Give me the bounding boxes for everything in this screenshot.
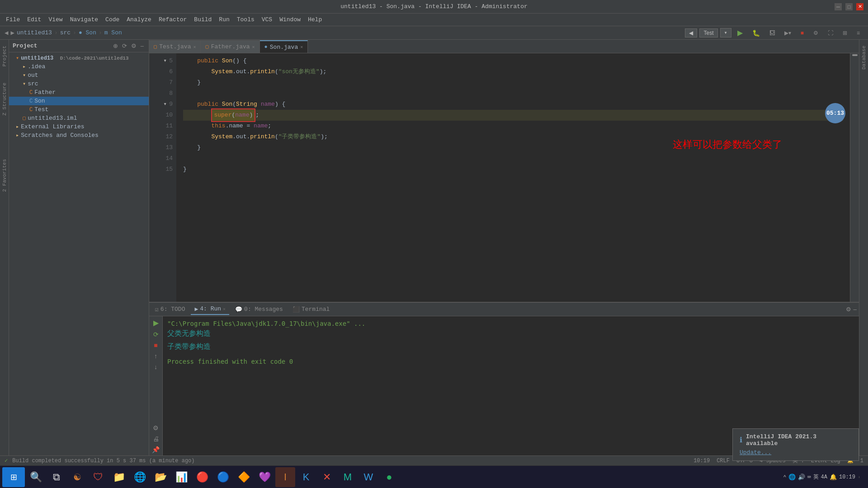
nav-recent-btn[interactable]: ◀ bbox=[685, 28, 697, 38]
run-pin-btn[interactable]: 📌 bbox=[152, 446, 160, 453]
menu-item-refactor[interactable]: Refactor bbox=[155, 15, 190, 24]
menu-item-view[interactable]: View bbox=[45, 15, 66, 24]
sidebar-collapse-btn[interactable]: – bbox=[139, 42, 145, 50]
tray-chevron[interactable]: ^ bbox=[783, 474, 786, 480]
bottom-tab-messages[interactable]: 💬 0: Messages bbox=[231, 305, 287, 314]
nav-back-btn[interactable]: ◀ bbox=[5, 29, 8, 37]
breadcrumb-class2[interactable]: m Son bbox=[104, 29, 122, 36]
tab-close-son[interactable]: ✕ bbox=[300, 44, 303, 50]
run-scroll-up-btn[interactable]: ↑ bbox=[154, 352, 157, 360]
window-controls[interactable]: ─ □ ✕ bbox=[835, 3, 863, 10]
bottom-close-btn[interactable]: – bbox=[854, 306, 857, 313]
menu-item-help[interactable]: Help bbox=[304, 15, 326, 24]
vtab-structure[interactable]: Z Structure bbox=[1, 79, 8, 119]
run-scroll-down-btn[interactable]: ↓ bbox=[154, 363, 157, 371]
stop-button[interactable]: ■ bbox=[797, 29, 807, 37]
menu-item-edit[interactable]: Edit bbox=[24, 15, 45, 24]
run-button[interactable]: ▶ bbox=[734, 28, 746, 38]
bottom-tab-run[interactable]: ▶ 4: Run ✕ bbox=[191, 304, 229, 315]
taskbar-intellij[interactable]: I bbox=[275, 467, 295, 487]
tab-son-java[interactable]: ● Son.java ✕ bbox=[260, 40, 308, 53]
menu-item-analyze[interactable]: Analyze bbox=[123, 15, 155, 24]
run-print-btn[interactable]: 🖨 bbox=[153, 435, 159, 442]
nav-forward-btn[interactable]: ▶ bbox=[10, 29, 14, 37]
menu-item-vcs[interactable]: VCS bbox=[258, 15, 276, 24]
breadcrumb-project[interactable]: untitled13 bbox=[17, 29, 52, 36]
tree-item-ext-libs[interactable]: ▸ External Libraries bbox=[9, 122, 149, 131]
close-button[interactable]: ✕ bbox=[856, 3, 863, 10]
taskbar-chrome[interactable]: 🔴 bbox=[192, 467, 212, 487]
taskbar-app1[interactable]: 📊 bbox=[171, 467, 191, 487]
cursor-position[interactable]: 10:19 bbox=[693, 458, 710, 464]
sidebar-settings-btn[interactable]: ⚙ bbox=[130, 42, 138, 50]
run-filter-btn[interactable]: ⚙ bbox=[153, 424, 159, 432]
debug-button[interactable]: 🐛 bbox=[749, 28, 764, 38]
vtab-favorites[interactable]: 2 Favorites bbox=[1, 155, 8, 196]
taskbar-app4[interactable]: 💜 bbox=[255, 467, 274, 487]
minimize-button[interactable]: ─ bbox=[835, 3, 842, 10]
tree-item-root[interactable]: ▾ untitled13 D:\code-2021\untitled13 bbox=[9, 54, 149, 62]
breadcrumb-class1[interactable]: ● Son bbox=[79, 29, 96, 36]
run-with-coverage-btn[interactable]: ⛾ bbox=[766, 29, 778, 37]
tree-item-idea[interactable]: ▸ .idea bbox=[9, 62, 149, 71]
taskbar-folder2[interactable]: 📂 bbox=[151, 467, 170, 487]
show-desktop-btn[interactable] bbox=[859, 476, 861, 478]
tab-father-java[interactable]: ▢ Father.java ✕ bbox=[201, 40, 259, 53]
run-restart-btn[interactable]: ▶ bbox=[153, 319, 159, 327]
run-rerun-btn[interactable]: ⟳ bbox=[153, 331, 159, 338]
search-taskbar-btn[interactable]: 🔍 bbox=[26, 467, 46, 487]
tab-close-father[interactable]: ✕ bbox=[252, 44, 255, 50]
taskview-btn[interactable]: ⧉ bbox=[47, 467, 66, 487]
menu-item-run[interactable]: Run bbox=[215, 15, 233, 24]
chevron-down-icon[interactable]: ▾ bbox=[720, 28, 731, 38]
tree-item-father[interactable]: C Father bbox=[9, 88, 149, 97]
tab-close-test[interactable]: ✕ bbox=[193, 44, 196, 50]
fullscreen-btn[interactable]: ⛶ bbox=[824, 29, 837, 37]
code-content[interactable]: public Son() { System.out.println("son无参… bbox=[176, 53, 850, 302]
sidebar-add-btn[interactable]: ⊕ bbox=[112, 42, 119, 50]
taskbar-app9[interactable]: ● bbox=[379, 467, 399, 487]
tree-item-src[interactable]: ▾ src bbox=[9, 80, 149, 88]
menu-item-window[interactable]: Window bbox=[276, 15, 304, 24]
tab-test-java[interactable]: ▢ Test.java ✕ bbox=[149, 40, 201, 53]
menu-item-build[interactable]: Build bbox=[190, 15, 215, 24]
taskbar-app2[interactable]: 🔵 bbox=[213, 467, 233, 487]
tab-close-run[interactable]: ✕ bbox=[223, 306, 226, 312]
run-config-btn[interactable]: Test bbox=[699, 28, 717, 38]
breadcrumb-src[interactable]: src bbox=[60, 29, 71, 36]
menu-item-file[interactable]: File bbox=[2, 15, 24, 24]
more-tools-btn[interactable]: ≡ bbox=[853, 29, 863, 37]
taskbar-app3[interactable]: 🔶 bbox=[234, 467, 254, 487]
tree-item-son[interactable]: C Son bbox=[9, 97, 149, 105]
menu-item-tools[interactable]: Tools bbox=[233, 15, 258, 24]
maximize-button[interactable]: □ bbox=[845, 3, 853, 10]
taskbar-ie[interactable]: 🌐 bbox=[130, 467, 150, 487]
tree-item-test[interactable]: C Test bbox=[9, 105, 149, 114]
bottom-settings-btn[interactable]: ⚙ bbox=[846, 306, 851, 313]
sidebar-sync-btn[interactable]: ⟳ bbox=[121, 42, 128, 50]
nav-extra-btn[interactable]: ▶▾ bbox=[781, 29, 795, 37]
layout-btn[interactable]: ⊞ bbox=[839, 29, 851, 37]
tree-item-scratches[interactable]: ▸ Scratches and Consoles bbox=[9, 131, 149, 140]
taskbar-app6[interactable]: ✕ bbox=[317, 467, 337, 487]
taskbar-explorer[interactable]: 📁 bbox=[109, 467, 129, 487]
bottom-tab-terminal[interactable]: ⬛ Terminal bbox=[289, 305, 333, 314]
vtab-database[interactable]: Database bbox=[860, 42, 868, 73]
menu-item-navigate[interactable]: Navigate bbox=[66, 15, 102, 24]
taskbar-jetbrains[interactable]: ☯ bbox=[67, 467, 87, 487]
start-button[interactable]: ⊞ bbox=[2, 467, 25, 487]
notification-link[interactable]: Update... bbox=[740, 449, 771, 456]
code-editor[interactable]: ▾5 6 7 8 ▾9 10 11 12 13 14 15 bbox=[149, 53, 859, 302]
run-stop-btn[interactable]: ■ bbox=[154, 342, 157, 349]
tree-item-iml[interactable]: ▢ untitled13.iml bbox=[9, 114, 149, 122]
bottom-tab-todo[interactable]: ☑ 6: TODO bbox=[151, 305, 189, 314]
tree-item-out[interactable]: ▾ out bbox=[9, 71, 149, 80]
menu-item-code[interactable]: Code bbox=[102, 15, 123, 24]
line-separator[interactable]: CRLF bbox=[717, 458, 730, 464]
taskbar-app7[interactable]: M bbox=[338, 467, 358, 487]
settings-btn[interactable]: ⚙ bbox=[810, 29, 822, 37]
vtab-project[interactable]: Project bbox=[1, 42, 8, 70]
taskbar-antivirus[interactable]: 🛡 bbox=[88, 467, 108, 487]
taskbar-app5[interactable]: K bbox=[296, 467, 316, 487]
taskbar-app8[interactable]: W bbox=[359, 467, 378, 487]
